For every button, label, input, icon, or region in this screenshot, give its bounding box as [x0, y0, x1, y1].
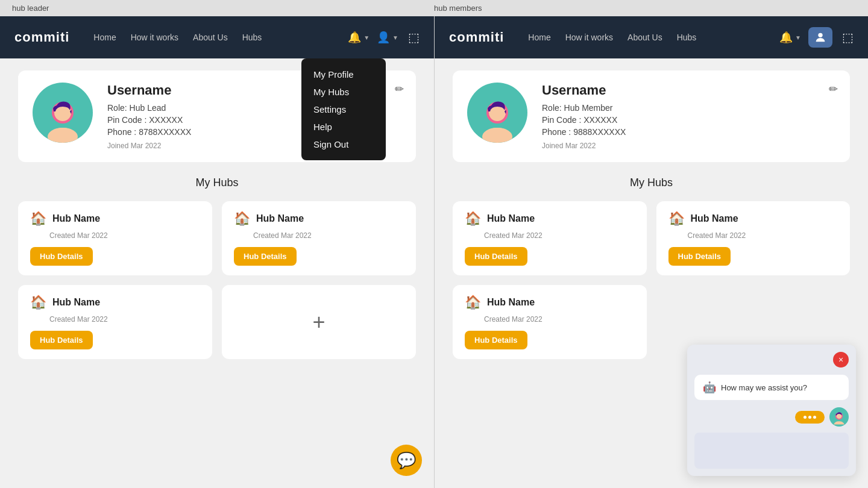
- right-hubs-grid: 🏠 Hub Name Created Mar 2022 Hub Details …: [453, 201, 850, 359]
- left-nav-about[interactable]: About Us: [193, 33, 228, 42]
- chat-close-icon: ×: [838, 355, 843, 364]
- left-chat-bubble-btn[interactable]: 💬: [391, 445, 422, 476]
- left-hub-1-created: Created Mar 2022: [49, 231, 200, 240]
- hub-members-label: hub members: [434, 4, 856, 13]
- left-hub-2-name: Hub Name: [256, 213, 304, 224]
- right-navbar: commiti Home How it works About Us Hubs …: [435, 16, 868, 58]
- right-hub-3-details-btn[interactable]: Hub Details: [465, 331, 527, 349]
- right-profile-card: Username Role: Hub Member Pin Code : XXX…: [453, 70, 850, 162]
- bell-icon: 🔔: [348, 31, 361, 44]
- right-hub-2-icon: 🏠: [668, 211, 685, 227]
- chat-user-area: [694, 407, 849, 427]
- right-hub-card-2: 🏠 Hub Name Created Mar 2022 Hub Details: [656, 201, 851, 275]
- add-hub-plus-icon: +: [312, 311, 325, 333]
- left-hubs-grid: 🏠 Hub Name Created Mar 2022 Hub Details …: [18, 201, 416, 359]
- svg-point-3: [818, 33, 822, 37]
- left-hub-3-header: 🏠 Hub Name: [30, 295, 200, 310]
- right-hub-2-details-btn[interactable]: Hub Details: [668, 247, 731, 266]
- left-notifications-btn[interactable]: 🔔 ▼: [348, 31, 370, 44]
- left-avatar: [33, 83, 93, 143]
- right-avatar: [467, 83, 527, 143]
- chat-bubble-icon: 💬: [397, 451, 416, 470]
- right-avatar-icon: [814, 31, 827, 44]
- right-notifications-btn[interactable]: 🔔 ▼: [779, 31, 801, 44]
- add-hub-card[interactable]: +: [222, 285, 416, 359]
- left-logo[interactable]: commiti: [14, 30, 69, 45]
- left-hub-2-details-btn[interactable]: Hub Details: [234, 247, 297, 266]
- dropdown-my-hubs[interactable]: My Hubs: [313, 83, 374, 101]
- right-hub-3-header: 🏠 Hub Name: [465, 295, 635, 310]
- hub-members-panel: commiti Home How it works About Us Hubs …: [434, 16, 868, 488]
- dropdown-help[interactable]: Help: [313, 118, 374, 136]
- user-icon: 👤: [377, 31, 390, 44]
- left-hub-3-details-btn[interactable]: Hub Details: [30, 331, 93, 349]
- left-nav-how[interactable]: How it works: [131, 33, 178, 42]
- user-chevron-icon: ▼: [392, 34, 398, 41]
- right-hub-2-header: 🏠 Hub Name: [668, 211, 838, 227]
- right-hub-1-name: Hub Name: [487, 213, 535, 224]
- right-hub-1-details-btn[interactable]: Hub Details: [465, 247, 527, 266]
- right-hub-2-name: Hub Name: [691, 213, 738, 224]
- left-hub-3-name: Hub Name: [52, 297, 100, 308]
- bell-chevron-icon: ▼: [363, 34, 370, 41]
- left-hub-2-created: Created Mar 2022: [253, 231, 404, 240]
- left-edit-icon[interactable]: ✏: [395, 83, 404, 96]
- chat-dot-3: [813, 416, 816, 419]
- chat-dot-1: [804, 416, 807, 419]
- left-hub-2-header: 🏠 Hub Name: [234, 211, 404, 227]
- hub-leader-panel: commiti Home How it works About Us Hubs …: [0, 16, 434, 488]
- left-hub-1-details-btn[interactable]: Hub Details: [30, 247, 93, 266]
- left-hub-card-3: 🏠 Hub Name Created Mar 2022 Hub Details: [18, 285, 212, 359]
- chat-dot-2: [808, 416, 811, 419]
- right-hub-card-3: 🏠 Hub Name Created Mar 2022 Hub Details: [453, 285, 647, 359]
- chat-widget-body: 🤖 How may we assist you?: [687, 375, 856, 476]
- hub-leader-label: hub leader: [12, 4, 434, 13]
- right-user-avatar-btn[interactable]: [808, 27, 832, 48]
- dropdown-my-profile[interactable]: My Profile: [313, 66, 374, 83]
- chat-bot-text: How may we assist you?: [721, 383, 807, 392]
- dropdown-sign-out[interactable]: Sign Out: [313, 136, 374, 153]
- chat-bot-message: 🤖 How may we assist you?: [694, 375, 849, 400]
- right-hub-1-icon: 🏠: [465, 211, 481, 227]
- chat-widget-header: ×: [687, 345, 856, 375]
- right-hub-1-created: Created Mar 2022: [484, 231, 635, 240]
- right-nav-how[interactable]: How it works: [565, 33, 613, 42]
- left-user-btn[interactable]: 👤 ▼: [377, 31, 398, 44]
- left-hub-1-header: 🏠 Hub Name: [30, 211, 200, 227]
- right-bell-chevron-icon: ▼: [795, 34, 801, 41]
- left-hub-3-icon: 🏠: [30, 295, 46, 310]
- left-hub-1-name: Hub Name: [52, 213, 100, 224]
- user-dropdown-menu: My Profile My Hubs Settings Help Sign Ou…: [301, 58, 386, 160]
- right-nav-about[interactable]: About Us: [627, 33, 662, 42]
- right-username: Username: [542, 83, 835, 98]
- right-my-hubs-title: My Hubs: [453, 177, 850, 189]
- left-hub-1-icon: 🏠: [30, 211, 46, 227]
- left-hub-card-1: 🏠 Hub Name Created Mar 2022 Hub Details: [18, 201, 212, 275]
- left-hub-2-icon: 🏠: [234, 211, 250, 227]
- left-nav-home[interactable]: Home: [93, 33, 116, 42]
- right-hub-3-icon: 🏠: [465, 295, 481, 310]
- right-hub-1-header: 🏠 Hub Name: [465, 211, 635, 227]
- chat-dots-btn[interactable]: [795, 411, 825, 424]
- right-hub-card-1: 🏠 Hub Name Created Mar 2022 Hub Details: [453, 201, 647, 275]
- left-hub-card-2: 🏠 Hub Name Created Mar 2022 Hub Details: [222, 201, 416, 275]
- right-profile-info: Username Role: Hub Member Pin Code : XXX…: [542, 83, 835, 150]
- left-hub-3-created: Created Mar 2022: [49, 315, 200, 324]
- chat-close-btn[interactable]: ×: [833, 352, 849, 368]
- left-exit-btn[interactable]: ⬚: [408, 30, 420, 45]
- right-joined: Joined Mar 2022: [542, 142, 835, 150]
- right-bell-icon: 🔔: [779, 31, 793, 44]
- chat-bot-icon: 🤖: [703, 381, 716, 394]
- dropdown-settings[interactable]: Settings: [313, 101, 374, 118]
- right-nav-hubs[interactable]: Hubs: [677, 33, 697, 42]
- right-hub-3-name: Hub Name: [487, 297, 535, 308]
- left-my-hubs-title: My Hubs: [18, 177, 416, 189]
- right-logo[interactable]: commiti: [449, 30, 504, 45]
- right-pin: Pin Code : XXXXXX: [542, 115, 835, 125]
- right-nav-home[interactable]: Home: [528, 33, 550, 42]
- left-nav-hubs[interactable]: Hubs: [242, 33, 262, 42]
- right-exit-btn[interactable]: ⬚: [842, 30, 854, 45]
- chat-widget: × 🤖 How may we assist you?: [687, 345, 856, 476]
- right-edit-icon[interactable]: ✏: [829, 83, 838, 96]
- chat-user-avatar: [829, 407, 849, 427]
